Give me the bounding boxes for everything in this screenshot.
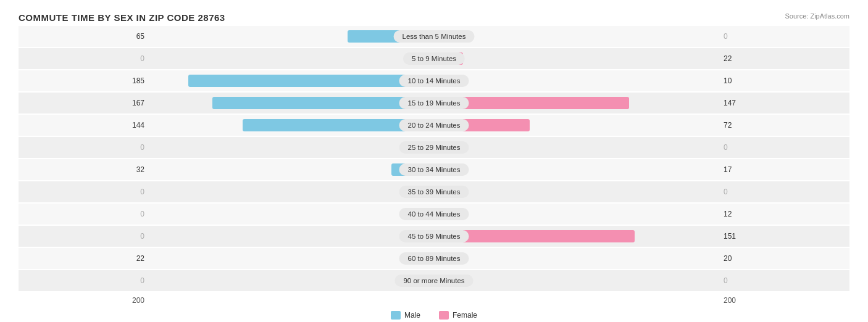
- axis-row: 200 200: [19, 296, 849, 305]
- chart-row: 05 to 9 Minutes22: [19, 48, 849, 69]
- bars-center: 5 to 9 Minutes: [148, 48, 720, 69]
- chart-row: 035 to 39 Minutes0: [19, 181, 849, 202]
- female-value: 22: [720, 54, 849, 63]
- row-label: Less than 5 Minutes: [394, 30, 475, 43]
- bars-center: 10 to 14 Minutes: [148, 70, 720, 91]
- row-label: 45 to 59 Minutes: [399, 230, 469, 242]
- male-legend-label: Male: [404, 311, 420, 320]
- row-label: 15 to 19 Minutes: [399, 97, 469, 109]
- chart-row: 025 to 29 Minutes0: [19, 137, 849, 158]
- female-value: 12: [720, 210, 849, 218]
- bars-center: 35 to 39 Minutes: [148, 181, 720, 202]
- chart-row: 2260 to 89 Minutes20: [19, 248, 849, 269]
- female-legend-label: Female: [453, 311, 477, 320]
- male-value: 0: [19, 276, 148, 285]
- male-value: 0: [19, 54, 148, 63]
- female-value: 20: [720, 254, 849, 263]
- bars-center: 45 to 59 Minutes: [148, 226, 720, 247]
- female-value: 151: [720, 232, 849, 241]
- male-value: 0: [19, 232, 148, 241]
- row-label: 20 to 24 Minutes: [399, 119, 469, 131]
- female-value: 17: [720, 165, 849, 174]
- row-label: 10 to 14 Minutes: [399, 75, 469, 87]
- chart-row: 14420 to 24 Minutes72: [19, 115, 849, 136]
- male-value: 185: [19, 76, 148, 85]
- bars-center: 25 to 29 Minutes: [148, 137, 720, 158]
- chart-row: 090 or more Minutes0: [19, 270, 849, 291]
- bars-center: Less than 5 Minutes: [148, 26, 720, 47]
- legend-female: Female: [439, 311, 477, 320]
- bars-center: 90 or more Minutes: [148, 270, 720, 291]
- male-value: 144: [19, 121, 148, 130]
- bars-center: 60 to 89 Minutes: [148, 248, 720, 269]
- row-label: 5 to 9 Minutes: [403, 52, 465, 65]
- bars-center: 30 to 34 Minutes: [148, 159, 720, 180]
- chart-row: 3230 to 34 Minutes17: [19, 159, 849, 180]
- axis-left-label: 200: [19, 296, 148, 305]
- chart-row: 16715 to 19 Minutes147: [19, 93, 849, 114]
- male-value: 0: [19, 143, 148, 152]
- row-label: 40 to 44 Minutes: [399, 208, 469, 220]
- female-value: 10: [720, 76, 849, 85]
- female-value: 0: [720, 276, 849, 285]
- chart-area: 65Less than 5 Minutes005 to 9 Minutes221…: [19, 26, 849, 291]
- male-value: 0: [19, 210, 148, 218]
- female-value: 147: [720, 99, 849, 107]
- legend: Male Female: [19, 311, 849, 320]
- chart-row: 65Less than 5 Minutes0: [19, 26, 849, 47]
- axis-right-label: 200: [720, 296, 849, 305]
- male-value: 32: [19, 165, 148, 174]
- female-value: 0: [720, 188, 849, 196]
- bars-center: 40 to 44 Minutes: [148, 204, 720, 225]
- male-value: 22: [19, 254, 148, 263]
- bars-center: 15 to 19 Minutes: [148, 93, 720, 114]
- chart-title: COMMUTE TIME BY SEX IN ZIP CODE 28763: [19, 12, 225, 23]
- chart-row: 040 to 44 Minutes12: [19, 204, 849, 225]
- source-label: Source: ZipAtlas.com: [785, 12, 849, 20]
- row-label: 60 to 89 Minutes: [399, 252, 469, 265]
- male-bar: [188, 75, 434, 87]
- male-value: 65: [19, 32, 148, 41]
- chart-row: 18510 to 14 Minutes10: [19, 70, 849, 91]
- female-legend-box: [439, 311, 449, 320]
- chart-container: COMMUTE TIME BY SEX IN ZIP CODE 28763 So…: [19, 12, 849, 320]
- female-value: 0: [720, 32, 849, 41]
- row-label: 35 to 39 Minutes: [399, 186, 469, 198]
- male-value: 167: [19, 99, 148, 107]
- female-value: 0: [720, 143, 849, 152]
- row-label: 90 or more Minutes: [394, 275, 473, 287]
- male-value: 0: [19, 188, 148, 196]
- legend-male: Male: [391, 311, 420, 320]
- female-value: 72: [720, 121, 849, 130]
- row-label: 30 to 34 Minutes: [399, 163, 469, 176]
- male-legend-box: [391, 311, 401, 320]
- row-label: 25 to 29 Minutes: [399, 141, 469, 154]
- bars-center: 20 to 24 Minutes: [148, 115, 720, 136]
- chart-row: 045 to 59 Minutes151: [19, 226, 849, 247]
